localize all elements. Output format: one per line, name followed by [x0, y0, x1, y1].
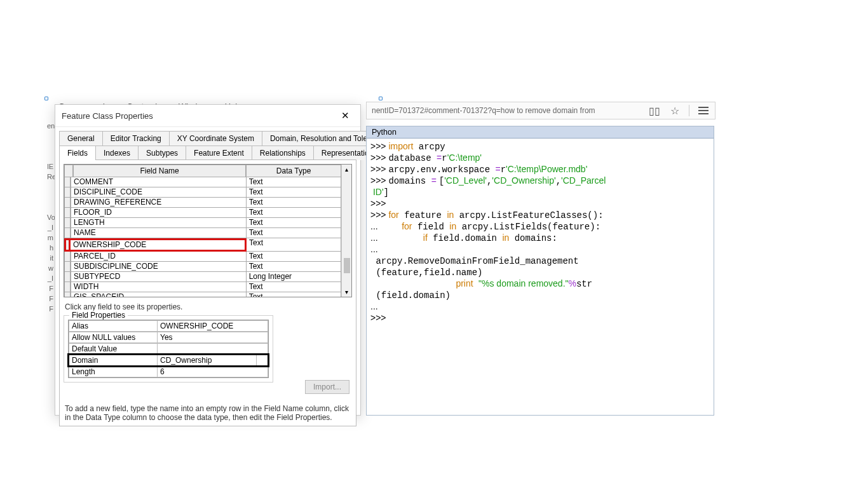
- browser-address-bar: nentID=701372#comment-701372?q=how to re…: [366, 102, 715, 119]
- scroll-down-icon[interactable]: ▾: [344, 287, 349, 297]
- prop-value[interactable]: OWNERSHIP_CODE: [158, 320, 268, 332]
- field-type-cell[interactable]: Text: [247, 262, 341, 272]
- table-row[interactable]: FLOOR_IDText: [64, 208, 341, 218]
- row-header[interactable]: [64, 177, 71, 187]
- property-row-domain[interactable]: DomainCD_Ownership: [69, 355, 268, 366]
- dialog-title: Feature Class Properties: [62, 111, 153, 121]
- tab-editor-tracking[interactable]: Editor Tracking: [102, 131, 170, 146]
- dialog-titlebar[interactable]: Feature Class Properties ✕: [55, 105, 360, 127]
- prop-value[interactable]: Yes: [158, 332, 268, 343]
- table-row[interactable]: OWNERSHIP_CODEText: [64, 238, 341, 252]
- url-fragment[interactable]: nentID=701372#comment-701372?q=how to re…: [372, 106, 641, 115]
- table-row[interactable]: GIS_SPACEIDText: [64, 292, 341, 297]
- close-icon[interactable]: ✕: [336, 109, 354, 123]
- table-row[interactable]: PARCEL_IDText: [64, 252, 341, 262]
- grid-header: Field Name Data Type: [64, 165, 341, 177]
- python-console[interactable]: >>> import arcpy >>> database =r'C:\temp…: [367, 139, 714, 327]
- field-name-cell[interactable]: NAME: [71, 228, 247, 238]
- property-row-length[interactable]: Length6: [69, 366, 268, 377]
- reader-icon[interactable]: ▯▯: [648, 104, 661, 117]
- property-row-default-value[interactable]: Default Value: [69, 343, 268, 355]
- row-header[interactable]: [64, 282, 71, 292]
- table-row[interactable]: WIDTHText: [64, 282, 341, 292]
- tab-relationships[interactable]: Relationships: [252, 146, 314, 160]
- grid-scrollbar[interactable]: ▴ ▾: [341, 165, 351, 297]
- table-row[interactable]: LENGTHText: [64, 218, 341, 228]
- menu-icon[interactable]: [697, 104, 710, 117]
- row-header[interactable]: [64, 228, 71, 238]
- field-properties-group: Field Properties AliasOWNERSHIP_CODEAllo…: [64, 315, 273, 383]
- prop-label: Allow NULL values: [69, 332, 158, 343]
- field-name-cell[interactable]: WIDTH: [71, 282, 247, 292]
- field-name-cell[interactable]: SUBDISCIPLINE_CODE: [71, 262, 247, 272]
- tab-fields[interactable]: Fields: [59, 146, 96, 160]
- field-type-cell[interactable]: Text: [247, 187, 341, 198]
- field-type-cell[interactable]: Text: [247, 198, 341, 208]
- field-type-cell[interactable]: Text: [247, 177, 341, 187]
- row-header[interactable]: [64, 272, 71, 282]
- python-title[interactable]: Python: [367, 126, 714, 139]
- field-name-cell[interactable]: PARCEL_ID: [71, 252, 247, 262]
- field-type-cell[interactable]: Text: [247, 208, 341, 218]
- row-header[interactable]: [64, 238, 71, 252]
- row-header[interactable]: [64, 252, 71, 262]
- tab-fields-panel: Field Name Data Type COMMENTTextDISCIPLI…: [59, 159, 356, 426]
- chevron-down-icon[interactable]: [257, 355, 268, 366]
- field-type-cell[interactable]: Text: [247, 282, 341, 292]
- row-header[interactable]: [64, 198, 71, 208]
- grid-corner: [64, 165, 73, 177]
- field-type-cell[interactable]: Long Integer: [247, 272, 341, 282]
- row-header[interactable]: [64, 262, 71, 272]
- field-name-cell[interactable]: LENGTH: [71, 218, 247, 228]
- property-row-alias[interactable]: AliasOWNERSHIP_CODE: [69, 320, 268, 332]
- row-header[interactable]: [64, 208, 71, 218]
- row-header[interactable]: [64, 292, 71, 297]
- prop-value[interactable]: [158, 343, 268, 355]
- scroll-thumb[interactable]: [344, 258, 350, 273]
- table-row[interactable]: SUBTYPECDLong Integer: [64, 272, 341, 282]
- property-row-allow-null-values[interactable]: Allow NULL valuesYes: [69, 332, 268, 343]
- prop-label: Alias: [69, 320, 158, 332]
- field-name-cell[interactable]: COMMENT: [71, 177, 247, 187]
- table-row[interactable]: COMMENTText: [64, 177, 341, 187]
- selection-handle-tm[interactable]: [379, 97, 383, 100]
- scroll-up-icon[interactable]: ▴: [344, 165, 349, 174]
- tab-xy-coordinate-system[interactable]: XY Coordinate System: [169, 131, 262, 146]
- fields-grid: Field Name Data Type COMMENTTextDISCIPLI…: [64, 164, 352, 297]
- field-type-cell[interactable]: Text: [247, 218, 341, 228]
- import-button[interactable]: Import...: [305, 380, 349, 394]
- row-header[interactable]: [64, 218, 71, 228]
- field-name-cell[interactable]: DISCIPLINE_CODE: [71, 187, 247, 198]
- hint-text: Click any field to see its properties.: [65, 302, 351, 311]
- prop-value[interactable]: 6: [158, 366, 268, 377]
- field-type-cell[interactable]: Text: [247, 292, 341, 297]
- feature-class-properties-dialog: Feature Class Properties ✕ GeneralEditor…: [55, 104, 361, 416]
- row-header[interactable]: [64, 187, 71, 198]
- col-field-name[interactable]: Field Name: [73, 165, 246, 177]
- col-data-type[interactable]: Data Type: [246, 165, 341, 177]
- prop-label: Domain: [69, 355, 158, 366]
- table-row[interactable]: NAMEText: [64, 228, 341, 238]
- table-row[interactable]: DISCIPLINE_CODEText: [64, 187, 341, 198]
- field-name-cell[interactable]: FLOOR_ID: [71, 208, 247, 218]
- prop-label: Default Value: [69, 343, 158, 355]
- star-icon[interactable]: ☆: [668, 104, 681, 117]
- table-row[interactable]: SUBDISCIPLINE_CODEText: [64, 262, 341, 272]
- tab-indexes[interactable]: Indexes: [95, 146, 139, 160]
- tab-subtypes[interactable]: Subtypes: [138, 146, 186, 160]
- field-name-cell[interactable]: DRAWING_REFERENCE: [71, 198, 247, 208]
- prop-label: Length: [69, 366, 158, 377]
- prop-value[interactable]: CD_Ownership: [158, 355, 257, 366]
- field-type-cell[interactable]: Text: [247, 238, 341, 252]
- field-type-cell[interactable]: Text: [247, 252, 341, 262]
- divider: [689, 105, 689, 116]
- table-row[interactable]: DRAWING_REFERENCEText: [64, 198, 341, 208]
- tab-general[interactable]: General: [59, 131, 103, 146]
- field-type-cell[interactable]: Text: [247, 228, 341, 238]
- field-name-cell[interactable]: SUBTYPECD: [71, 272, 247, 282]
- fieldset-legend: Field Properties: [69, 311, 128, 320]
- field-name-cell[interactable]: GIS_SPACEID: [71, 292, 247, 297]
- tab-feature-extent[interactable]: Feature Extent: [186, 146, 252, 160]
- field-name-cell[interactable]: OWNERSHIP_CODE: [71, 238, 247, 252]
- python-window: Python >>> import arcpy >>> database =r'…: [366, 126, 714, 416]
